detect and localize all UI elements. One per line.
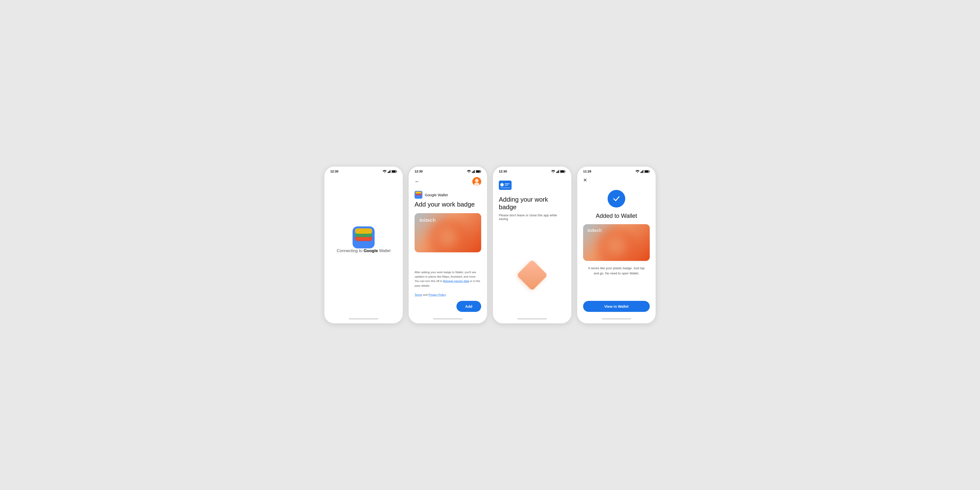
svg-rect-1 — [388, 172, 388, 173]
svg-rect-25 — [481, 171, 481, 172]
svg-rect-2 — [388, 171, 389, 173]
wifi-icon-3 — [551, 170, 555, 173]
time-3: 12:30 — [499, 170, 507, 173]
battery-icon — [391, 170, 397, 173]
connecting-text: Connecting to Google Wallet — [337, 248, 391, 253]
google-wallet-logo-icon — [415, 191, 422, 199]
svg-rect-35 — [556, 172, 557, 173]
svg-rect-43 — [500, 183, 504, 186]
terms-text: After adding your work badge to Wallet, … — [415, 270, 481, 297]
svg-rect-21 — [473, 171, 474, 173]
status-icons-1 — [383, 170, 397, 173]
battery-icon-3 — [560, 170, 565, 173]
svg-rect-24 — [476, 170, 480, 172]
svg-rect-20 — [473, 171, 473, 173]
svg-rect-36 — [557, 171, 558, 173]
tap-go-text: It works like your plastic badge. Just t… — [583, 266, 650, 276]
wifi-icon-4 — [636, 170, 640, 173]
svg-rect-51 — [643, 170, 644, 173]
svg-point-27 — [475, 179, 479, 182]
status-bar-4: 11:29 — [577, 167, 655, 175]
phone-screen-1: 12:30 — [325, 167, 403, 323]
add-badge-title: Add your work badge — [415, 200, 481, 208]
avatar — [473, 177, 481, 186]
wifi-icon-2 — [467, 170, 471, 173]
svg-rect-22 — [474, 170, 475, 173]
home-indicator-4 — [602, 318, 631, 320]
privacy-link[interactable]: Privacy Policy — [428, 293, 446, 296]
svg-rect-41 — [565, 171, 565, 172]
screen2-content: ← Google Wallet Add your work badge Init… — [409, 175, 487, 316]
adding-title: Adding your work badge — [499, 196, 565, 211]
badge-card-2: Initech — [415, 213, 481, 252]
status-icons-4 — [636, 170, 650, 173]
success-icon — [608, 190, 625, 207]
screen3-content: Adding your work badge Please don't leav… — [493, 175, 571, 316]
svg-point-0 — [384, 172, 385, 173]
svg-rect-44 — [505, 183, 510, 184]
battery-icon-2 — [476, 170, 481, 173]
google-wallet-logo-text: Google Wallet — [425, 193, 448, 197]
wifi-icon — [383, 170, 387, 173]
screen2-header: ← — [415, 177, 481, 186]
svg-rect-6 — [392, 170, 396, 172]
svg-rect-30 — [415, 192, 422, 194]
status-bar-1: 12:30 — [325, 167, 403, 175]
screen4-content: ✕ Added to Wallet Initech It works like … — [577, 175, 655, 316]
screen1-content: Connecting to Google Wallet — [325, 175, 403, 316]
id-card-icon — [499, 181, 512, 190]
svg-rect-53 — [645, 170, 649, 172]
svg-rect-50 — [642, 171, 643, 173]
svg-rect-33 — [415, 195, 422, 198]
badge-card-name-4: Initech — [587, 228, 602, 233]
svg-rect-48 — [640, 172, 641, 173]
signal-icon-4 — [640, 170, 643, 173]
time-1: 12:30 — [330, 170, 338, 173]
badge-card-4: Initech — [583, 224, 650, 261]
svg-rect-45 — [505, 185, 508, 186]
badge-card-name-2: Initech — [420, 218, 436, 223]
battery-icon-4 — [644, 170, 650, 173]
phone-screen-4: 11:29 ✕ Added to Wallet Initech It works… — [577, 167, 655, 323]
id-card-icon-wrapper — [499, 181, 565, 191]
diamond-loader — [517, 260, 547, 291]
svg-rect-49 — [641, 171, 642, 173]
view-in-wallet-button[interactable]: View in Wallet — [583, 301, 650, 312]
signal-icon-3 — [556, 170, 559, 173]
phone-screen-3: 12:30 Adding your work badge Please don'… — [493, 167, 571, 323]
svg-rect-3 — [389, 171, 390, 173]
close-button[interactable]: ✕ — [583, 178, 650, 183]
google-wallet-logo-row: Google Wallet — [415, 191, 481, 199]
svg-point-34 — [553, 172, 554, 173]
status-icons-2 — [467, 170, 481, 173]
svg-rect-4 — [390, 170, 391, 173]
phone-screen-2: 12:30 ← Google Wallet Add your work badg… — [409, 167, 487, 323]
wallet-icon — [353, 226, 375, 248]
signal-icon-2 — [472, 170, 475, 173]
terms-link[interactable]: Terms — [415, 293, 422, 296]
home-indicator-2 — [433, 318, 463, 320]
checkmark-icon — [612, 194, 621, 203]
adding-subtitle: Please don't leave or close this app whi… — [499, 213, 565, 221]
svg-rect-7 — [396, 171, 397, 172]
signal-icon — [388, 170, 391, 173]
success-title: Added to Wallet — [583, 212, 650, 219]
status-icons-3 — [551, 170, 565, 173]
svg-rect-40 — [560, 170, 564, 172]
home-indicator-3 — [517, 318, 547, 320]
time-4: 11:29 — [583, 170, 591, 173]
svg-point-47 — [637, 172, 638, 173]
status-bar-3: 12:30 — [493, 167, 571, 175]
manage-passes-link[interactable]: Manage passes data — [443, 280, 469, 283]
diamond-loader-wrapper — [499, 240, 565, 310]
svg-rect-38 — [558, 170, 559, 173]
svg-point-18 — [469, 172, 469, 173]
svg-rect-46 — [500, 188, 510, 188]
svg-rect-54 — [649, 171, 650, 172]
back-button[interactable]: ← — [415, 179, 420, 184]
add-button[interactable]: Add — [457, 301, 481, 312]
svg-rect-19 — [472, 172, 473, 173]
svg-rect-17 — [355, 228, 372, 234]
status-bar-2: 12:30 — [409, 167, 487, 175]
svg-rect-37 — [558, 171, 558, 173]
